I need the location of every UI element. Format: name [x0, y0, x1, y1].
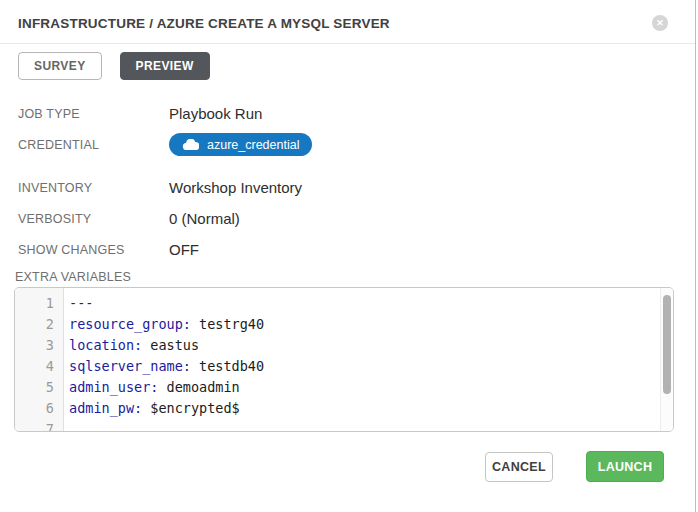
line-number: 2 — [15, 314, 63, 335]
credential-badge-label: azure_credential — [207, 138, 299, 152]
yaml-value: demoadmin — [158, 379, 239, 395]
line-number: 5 — [15, 377, 63, 398]
cloud-icon — [182, 139, 199, 151]
credential-label: CREDENTIAL — [18, 136, 169, 152]
code-line: 2 resource_group: testrg40 — [15, 314, 655, 335]
line-number: 3 — [15, 335, 63, 356]
job-type-label: JOB TYPE — [18, 105, 169, 121]
cancel-button[interactable]: CANCEL — [485, 452, 553, 482]
detail-row-verbosity: VERBOSITY 0 (Normal) — [18, 210, 668, 227]
page-title: INFRASTRUCTURE / AZURE CREATE A MYSQL SE… — [18, 16, 390, 31]
line-number: 7 — [15, 419, 63, 432]
detail-row-job-type: JOB TYPE Playbook Run — [18, 105, 668, 122]
job-type-value: Playbook Run — [169, 105, 262, 122]
line-number: 6 — [15, 398, 63, 419]
tab-survey[interactable]: SURVEY — [18, 52, 102, 80]
inventory-value: Workshop Inventory — [169, 179, 302, 196]
code-line: 3 location: eastus — [15, 335, 655, 356]
launch-button[interactable]: LAUNCH — [586, 451, 664, 482]
credential-badge[interactable]: azure_credential — [169, 133, 312, 156]
yaml-value: eastus — [142, 337, 199, 353]
yaml-key: --- — [69, 295, 93, 311]
yaml-key: resource_group: — [69, 316, 191, 332]
line-number: 1 — [15, 293, 63, 314]
modal-right-edge — [695, 0, 696, 512]
close-icon[interactable]: ✕ — [652, 15, 668, 31]
detail-row-credential: CREDENTIAL azure_credential — [18, 136, 668, 156]
show-changes-value: OFF — [169, 241, 199, 258]
inventory-label: INVENTORY — [18, 179, 169, 195]
yaml-value: $encrypted$ — [142, 400, 240, 416]
code-line: 7 — [15, 419, 655, 432]
yaml-key: admin_user: — [69, 379, 158, 395]
editor-scrollbar-track[interactable] — [660, 288, 673, 431]
extra-variables-label: EXTRA VARIABLES — [15, 270, 131, 284]
yaml-key: admin_pw: — [69, 400, 142, 416]
line-number: 4 — [15, 356, 63, 377]
tab-preview[interactable]: PREVIEW — [120, 52, 210, 80]
yaml-key: location: — [69, 337, 142, 353]
yaml-value: testdb40 — [191, 358, 264, 374]
yaml-value: testrg40 — [191, 316, 264, 332]
detail-row-inventory: INVENTORY Workshop Inventory — [18, 179, 668, 196]
detail-row-show-changes: SHOW CHANGES OFF — [18, 241, 668, 258]
code-line: 5 admin_user: demoadmin — [15, 377, 655, 398]
code-line: 1 --- — [15, 293, 655, 314]
extra-variables-editor[interactable]: 1 --- 2 resource_group: testrg40 3 locat… — [14, 287, 674, 432]
header-divider — [0, 43, 695, 44]
verbosity-value: 0 (Normal) — [169, 210, 240, 227]
yaml-key: sqlserver_name: — [69, 358, 191, 374]
code-line: 4 sqlserver_name: testdb40 — [15, 356, 655, 377]
code-line: 6 admin_pw: $encrypted$ — [15, 398, 655, 419]
tab-bar: SURVEY PREVIEW — [18, 52, 210, 80]
editor-scrollbar-thumb[interactable] — [663, 295, 671, 394]
verbosity-label: VERBOSITY — [18, 210, 169, 226]
job-launch-preview-modal: INFRASTRUCTURE / AZURE CREATE A MYSQL SE… — [0, 0, 698, 512]
show-changes-label: SHOW CHANGES — [18, 241, 169, 257]
